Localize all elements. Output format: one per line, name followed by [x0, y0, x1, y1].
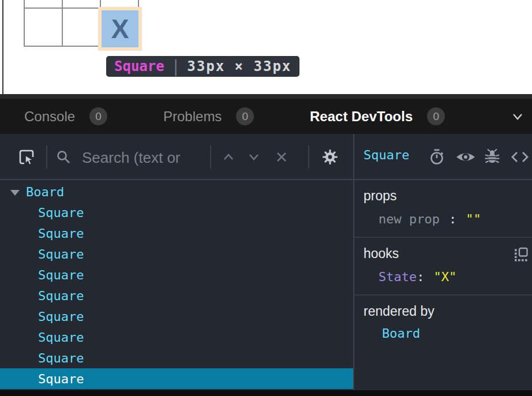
component-name: Square [38, 289, 84, 303]
tree-item-square[interactable]: Square [0, 327, 353, 348]
react-devtools-count-badge: 0 [427, 107, 445, 125]
square-cell-value: X [111, 13, 129, 44]
inspect-highlight-content: X [102, 10, 138, 47]
hooks-section-title: hooks [354, 246, 532, 261]
tab-console[interactable]: Console 0 [24, 99, 107, 134]
new-prop-key[interactable]: new prop [379, 212, 440, 226]
react-devtools-panel: Square [0, 134, 532, 390]
tree-item-square[interactable]: Square [0, 368, 353, 389]
problems-count-badge: 0 [236, 107, 254, 125]
bottom-edge [0, 390, 532, 396]
component-details-pane: props new prop:"" hooks [354, 180, 532, 390]
toolbar-divider [46, 145, 47, 169]
tree-item-board[interactable]: Board [0, 181, 353, 202]
bug-log-icon[interactable] [484, 148, 501, 166]
console-count-badge: 0 [89, 107, 107, 125]
board-cell[interactable] [63, 9, 100, 46]
component-name: Square [38, 268, 84, 282]
inspect-element-icon[interactable] [17, 148, 36, 166]
browser-page: X Square | 33px × 33px [0, 0, 532, 94]
new-prop-value[interactable]: "" [466, 212, 481, 226]
component-name: Square [38, 309, 84, 324]
component-tree: BoardSquareSquareSquareSquareSquareSquar… [0, 180, 353, 390]
component-name: Square [38, 206, 84, 220]
tree-item-square[interactable]: Square [0, 223, 353, 244]
component-name: Square [38, 226, 84, 241]
search-icon [55, 149, 72, 165]
clear-search-icon[interactable] [275, 150, 289, 164]
tab-problems[interactable]: Problems 0 [163, 99, 254, 134]
tooltip-element-name: Square [114, 58, 164, 74]
inspect-tooltip: Square | 33px × 33px [106, 56, 299, 77]
state-hook-row: State:"X" [354, 270, 532, 284]
tab-label: Console [24, 109, 75, 125]
previous-match-icon[interactable] [222, 151, 235, 163]
devtools-screenshot: X Square | 33px × 33px Console 0 Problem… [0, 0, 532, 396]
expand-arrow-icon[interactable] [10, 190, 20, 196]
props-section-title: props [354, 188, 532, 204]
inspect-highlight-padding: X [98, 7, 142, 51]
page-left-border [2, 0, 3, 94]
board-cell[interactable] [25, 9, 62, 46]
board-cell[interactable] [25, 0, 62, 8]
search-input[interactable] [81, 145, 209, 170]
stopwatch-suspense-icon[interactable] [428, 148, 447, 166]
component-name: Square [38, 351, 84, 365]
settings-gear-icon[interactable] [321, 148, 339, 166]
toolbar-divider [210, 145, 211, 169]
component-name: Board [26, 185, 64, 199]
tree-item-square[interactable]: Square [0, 306, 353, 327]
state-hook-key: State [379, 270, 417, 284]
selected-component-name: Square [364, 148, 409, 162]
state-hook-value[interactable]: "X" [433, 270, 456, 284]
new-prop-row: new prop:"" [354, 212, 532, 226]
rendered-by-section: rendered by Board [354, 296, 532, 351]
component-name: Square [38, 372, 84, 386]
rendered-by-owner-link[interactable]: Board [354, 326, 532, 341]
tooltip-separator: | [171, 57, 181, 76]
tree-item-square[interactable]: Square [0, 348, 353, 368]
devtools-top-divider [0, 94, 532, 99]
tooltip-dimensions: 33px × 33px [187, 58, 291, 74]
parse-hooks-icon[interactable] [514, 247, 529, 262]
tree-item-square[interactable]: Square [0, 285, 353, 306]
board-cell[interactable] [63, 0, 100, 8]
tree-item-square[interactable]: Square [0, 202, 353, 223]
component-name: Square [38, 330, 84, 345]
rendered-by-title: rendered by [354, 304, 532, 319]
toolbar-divider [308, 145, 309, 169]
chevron-down-icon[interactable] [510, 109, 525, 124]
tab-label: React DevTools [310, 109, 413, 125]
tab-label: Problems [163, 109, 222, 125]
tree-item-square[interactable]: Square [0, 264, 353, 285]
component-name: Square [38, 247, 84, 261]
next-match-icon[interactable] [247, 151, 261, 163]
tree-item-square[interactable]: Square [0, 244, 353, 264]
props-section: props new prop:"" [354, 180, 532, 238]
devtools-tab-bar: Console 0 Problems 0 React DevTools 0 [0, 99, 532, 134]
tab-react-devtools[interactable]: React DevTools 0 [310, 99, 445, 134]
view-source-icon[interactable] [510, 149, 530, 165]
eye-inspect-dom-icon[interactable] [455, 149, 477, 165]
hooks-section: hooks State:"X" [354, 238, 532, 296]
